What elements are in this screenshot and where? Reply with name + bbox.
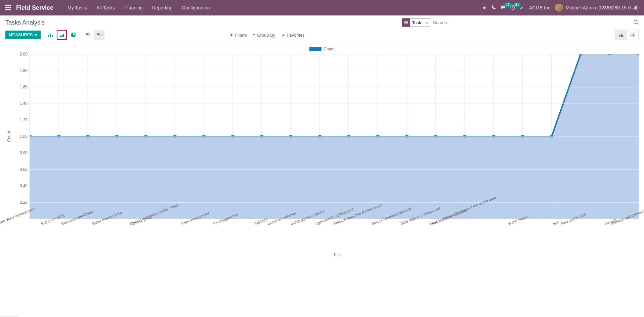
view-switcher <box>615 30 639 40</box>
nav-item-reporting[interactable]: Reporting <box>147 0 177 15</box>
groupby-dropdown[interactable]: ≡ Group By <box>253 33 275 38</box>
legend-label: Count <box>324 47 334 51</box>
svg-rect-6 <box>48 35 49 37</box>
gridline <box>30 153 639 153</box>
measures-button[interactable]: MEASURES ▾ <box>5 31 41 39</box>
x-axis-title: Task <box>5 252 639 257</box>
control-panel: Tasks Analysis Task × MEASURES ▾ <box>0 15 644 43</box>
svg-rect-8 <box>52 35 53 37</box>
pie-chart-button[interactable] <box>68 30 78 40</box>
svg-rect-15 <box>619 35 620 37</box>
svg-rect-17 <box>622 35 624 37</box>
user-name: Mitchell Admin (12368280-15-0-all) <box>566 5 639 10</box>
chart-plot <box>30 54 639 219</box>
chart-type-buttons <box>45 30 78 40</box>
y-tick: 1.80 <box>20 68 28 73</box>
activity-icon[interactable]: 31 <box>510 5 515 11</box>
svg-rect-2 <box>404 21 408 22</box>
search-options: ▼ Filters ≡ Group By ★ Favorites <box>229 33 305 38</box>
nav-item-all-tasks[interactable]: All Tasks <box>92 0 120 15</box>
svg-rect-16 <box>621 34 622 37</box>
avatar <box>555 4 563 12</box>
gridline <box>30 71 639 71</box>
svg-rect-10 <box>86 34 88 35</box>
tools-icon[interactable] <box>520 5 524 11</box>
y-axis: 2.001.801.601.401.201.000.800.600.400.20 <box>13 54 30 219</box>
filters-dropdown[interactable]: ▼ Filters <box>229 33 247 38</box>
legend-swatch <box>309 47 321 51</box>
svg-rect-12 <box>97 33 99 34</box>
favorites-dropdown[interactable]: ★ Favorites <box>281 33 304 38</box>
company-selector[interactable]: ACME Inc <box>529 5 550 10</box>
svg-point-5 <box>634 20 637 24</box>
bug-icon[interactable] <box>482 5 487 11</box>
search-facet-task: Task × <box>402 18 430 27</box>
gridline <box>30 202 639 203</box>
search-area: Task × <box>402 18 639 27</box>
svg-rect-13 <box>97 34 100 35</box>
y-tick: 1.20 <box>20 118 28 122</box>
top-navbar: Field Service My Tasks All Tasks Plannin… <box>0 0 644 15</box>
gridline <box>30 120 639 120</box>
nav-item-my-tasks[interactable]: My Tasks <box>63 0 92 15</box>
sort-desc-button[interactable] <box>83 30 93 40</box>
y-axis-title: Count <box>5 131 13 142</box>
funnel-icon: ▼ <box>229 33 234 38</box>
y-tick: 1.60 <box>20 85 28 89</box>
svg-rect-3 <box>404 22 408 23</box>
svg-rect-9 <box>86 33 89 34</box>
svg-rect-11 <box>86 36 87 36</box>
gridline <box>30 169 639 170</box>
nav-item-planning[interactable]: Planning <box>120 0 147 15</box>
nav-item-configuration[interactable]: Configuration <box>177 0 214 15</box>
search-icon[interactable] <box>633 19 639 26</box>
bar-chart-button[interactable] <box>45 30 55 40</box>
graph-view-button[interactable] <box>615 30 627 40</box>
y-tick: 0.60 <box>20 167 28 172</box>
y-tick: 2.00 <box>20 52 28 56</box>
pivot-view-button[interactable] <box>627 30 638 40</box>
svg-rect-18 <box>631 33 635 37</box>
y-tick: 0.40 <box>20 184 28 188</box>
gridline <box>30 87 639 87</box>
y-tick: 0.20 <box>20 200 28 205</box>
star-icon: ★ <box>281 33 285 38</box>
chart-container: Count Count 2.001.801.601.401.201.000.80… <box>0 43 644 261</box>
nav-right: 17 31 ACME Inc Mitchell Admin (12368280-… <box>482 4 639 12</box>
x-axis: 3-port Valve replacementBathroom tilingB… <box>36 219 639 252</box>
apps-icon[interactable] <box>5 5 11 11</box>
gridline <box>30 136 639 137</box>
y-tick: 1.00 <box>20 134 28 139</box>
search-input[interactable] <box>432 19 633 27</box>
caret-down-icon: ▾ <box>35 33 37 37</box>
svg-rect-4 <box>404 24 408 24</box>
sort-buttons <box>83 30 104 40</box>
list-icon: ≡ <box>253 33 256 38</box>
groupby-facet-icon <box>402 18 410 27</box>
line-chart-button[interactable] <box>57 30 67 40</box>
facet-remove-button[interactable]: × <box>423 18 430 27</box>
y-tick: 0.80 <box>20 151 28 155</box>
y-tick: 1.40 <box>20 101 28 106</box>
user-menu[interactable]: Mitchell Admin (12368280-15-0-all) <box>555 4 639 12</box>
facet-label: Task <box>410 20 423 25</box>
page-title: Tasks Analysis <box>5 19 45 26</box>
svg-point-0 <box>483 6 485 9</box>
gridline <box>30 104 639 104</box>
chart-legend: Count <box>5 47 639 52</box>
gridline <box>30 186 639 186</box>
svg-rect-14 <box>97 36 101 36</box>
gridline <box>30 54 639 54</box>
svg-rect-7 <box>50 34 51 37</box>
sort-asc-button[interactable] <box>94 30 104 40</box>
x-tick: test <box>552 220 559 226</box>
messages-icon[interactable]: 17 <box>501 5 506 11</box>
nav-menu: My Tasks All Tasks Planning Reporting Co… <box>63 0 215 15</box>
phone-icon[interactable] <box>491 5 496 11</box>
app-brand[interactable]: Field Service <box>16 4 53 11</box>
